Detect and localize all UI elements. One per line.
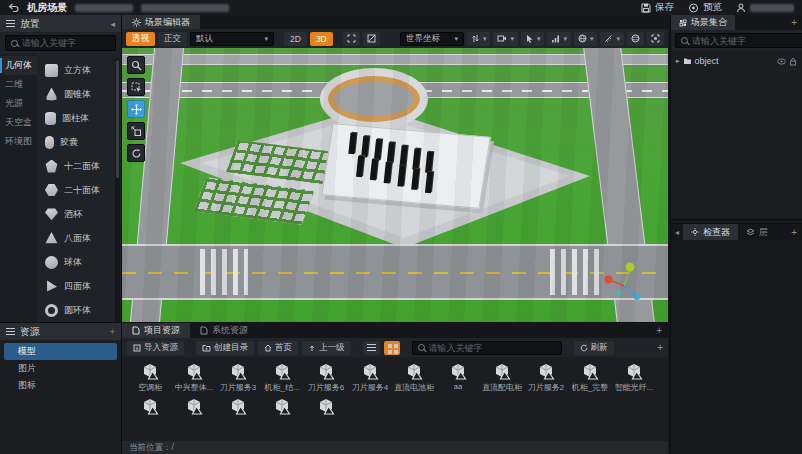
geometry-item-sphere[interactable]: 球体 — [45, 250, 119, 274]
collapse-left-icon[interactable]: ◂ — [110, 19, 115, 29]
refresh-button[interactable]: 刷新 — [574, 341, 614, 355]
dock-icon[interactable]: + — [791, 227, 802, 238]
asset-item[interactable]: 刀片服务2 — [524, 361, 568, 393]
view-preset-select[interactable]: 默认 ▾ — [190, 32, 274, 46]
geometry-item-icosahedron[interactable]: 二十面体 — [45, 178, 119, 202]
geometry-item-dodecahedron[interactable]: 十二面体 — [45, 154, 119, 178]
list-view-button[interactable] — [363, 341, 380, 355]
import-resource-button[interactable]: 导入资源 — [127, 341, 184, 355]
globe-dropdown[interactable]: ▾ — [574, 32, 598, 46]
save-button[interactable]: 保存 — [641, 1, 674, 14]
ruler-dropdown[interactable]: ▾ — [600, 32, 624, 46]
create-directory-button[interactable]: 创建目录 — [196, 341, 254, 355]
asset-item[interactable]: 刀片服务6 — [304, 361, 348, 393]
model-icon — [316, 396, 336, 416]
axis-gizmo[interactable] — [602, 260, 652, 302]
orthographic-button[interactable]: 正交 — [158, 32, 187, 46]
geometry-list: 立方体 圆锥体 圆柱体 胶囊 十二面体 二十面体 酒杯 八面体 球体 四面体 圆… — [37, 54, 121, 322]
asset-item[interactable]: 直流电池柜 — [392, 361, 436, 393]
fountain-circle — [328, 76, 420, 122]
asset-item[interactable] — [128, 396, 172, 416]
geometry-item-capsule[interactable]: 胶囊 — [45, 130, 119, 154]
scene-canvas[interactable] — [122, 48, 668, 322]
visibility-icon[interactable] — [777, 58, 786, 65]
camera-dropdown[interactable]: ▾ — [493, 32, 518, 46]
pointer-dropdown[interactable]: ▾ — [521, 32, 545, 46]
lock-icon[interactable] — [789, 57, 797, 66]
asset-item[interactable] — [304, 396, 348, 416]
snapshot-button[interactable] — [363, 32, 380, 46]
mode-3d-button[interactable]: 3D — [310, 32, 333, 46]
model-icon — [536, 361, 556, 381]
export-button[interactable] — [736, 3, 794, 13]
mode-2d-button[interactable]: 2D — [284, 32, 307, 46]
asset-item[interactable]: 刀片服务3 — [216, 361, 260, 393]
category-geometry[interactable]: 几何体 — [0, 56, 37, 75]
asset-item[interactable]: 机柜_结... — [260, 361, 304, 393]
scene-search-input[interactable] — [692, 36, 802, 46]
fullscreen-button[interactable] — [647, 32, 664, 46]
resource-item-icon[interactable]: 图标 — [4, 377, 117, 394]
place-search-input[interactable] — [22, 38, 110, 48]
expand-arrow-icon[interactable]: ▸ — [676, 57, 680, 65]
collapse-arrow-icon[interactable]: ◂ — [671, 228, 683, 237]
resource-item-image[interactable]: 图片 — [4, 360, 117, 377]
render-sphere-button[interactable] — [627, 32, 644, 46]
tab-system-resources[interactable]: 系统资源 — [190, 323, 258, 338]
resource-item-model[interactable]: 模型 — [4, 343, 117, 360]
perspective-button[interactable]: 透视 — [126, 32, 155, 46]
asset-item[interactable]: 空调柜 — [128, 361, 172, 393]
asset-item[interactable]: aa — [436, 361, 480, 393]
dock-icon[interactable]: + — [791, 17, 802, 28]
scale-tool[interactable] — [127, 122, 145, 140]
back-icon[interactable] — [8, 3, 19, 13]
asset-item[interactable]: 直流配电柜 — [480, 361, 524, 393]
dock-icon[interactable]: + — [657, 342, 663, 353]
asset-item[interactable]: 中兴整体... — [172, 361, 216, 393]
category-light[interactable]: 光源 — [0, 94, 37, 113]
asset-item[interactable]: 刀片服务4 — [348, 361, 392, 393]
geometry-item-cone[interactable]: 圆锥体 — [45, 82, 119, 106]
geometry-item-cylinder[interactable]: 圆柱体 — [45, 106, 119, 130]
geometry-item-cube[interactable]: 立方体 — [45, 58, 119, 82]
preview-button[interactable]: 预览 — [688, 1, 722, 14]
move-tool[interactable] — [127, 100, 145, 118]
fit-view-button[interactable] — [343, 32, 360, 46]
geometry-scrollbar[interactable] — [115, 58, 120, 322]
tab-scene-editor[interactable]: 场景编辑器 — [122, 15, 200, 29]
grid-view-button[interactable] — [384, 341, 400, 355]
tab-scene-collection[interactable]: 场景集合 — [671, 15, 735, 30]
torus-icon — [45, 304, 58, 317]
signal-dropdown[interactable]: ▾ — [547, 32, 571, 46]
geometry-item-octahedron[interactable]: 八面体 — [45, 226, 119, 250]
assets-search-input[interactable] — [429, 343, 556, 353]
new-folder-icon — [202, 344, 211, 352]
category-envmap[interactable]: 环境图 — [0, 132, 37, 151]
geometry-item-tetrahedron[interactable]: 四面体 — [45, 274, 119, 298]
asset-item[interactable] — [216, 396, 260, 416]
asset-item[interactable] — [260, 396, 304, 416]
asset-item[interactable]: 机柜_完整 — [568, 361, 612, 393]
geometry-item-torus[interactable]: 圆环体 — [45, 298, 119, 322]
select-tool[interactable] — [127, 78, 145, 96]
model-icon — [140, 361, 160, 381]
tab-inspector[interactable]: 检查器 — [683, 224, 738, 240]
zoom-tool[interactable] — [127, 56, 145, 74]
transform-dropdown[interactable]: ▾ — [467, 32, 491, 46]
category-skybox[interactable]: 天空盒 — [0, 113, 37, 132]
asset-item[interactable] — [172, 396, 216, 416]
up-level-button[interactable]: 上一级 — [302, 341, 351, 355]
road-south — [122, 244, 668, 300]
rotate-tool[interactable] — [127, 144, 145, 162]
home-button[interactable]: 首页 — [258, 341, 298, 355]
add-resource-icon[interactable]: + — [110, 327, 115, 337]
inspector-icon — [691, 228, 699, 236]
category-2d[interactable]: 二维 — [0, 75, 37, 94]
tab-layers[interactable]: 层 — [738, 224, 776, 240]
coordinate-select[interactable]: 世界坐标 ▾ — [400, 32, 464, 46]
asset-item[interactable]: 智能光纤... — [612, 361, 656, 393]
tab-project-resources[interactable]: 项目资源 — [122, 323, 190, 338]
geometry-item-lathe[interactable]: 酒杯 — [45, 202, 119, 226]
dock-icon[interactable]: + — [656, 325, 668, 336]
tree-node-object[interactable]: ▸ object — [671, 53, 802, 69]
